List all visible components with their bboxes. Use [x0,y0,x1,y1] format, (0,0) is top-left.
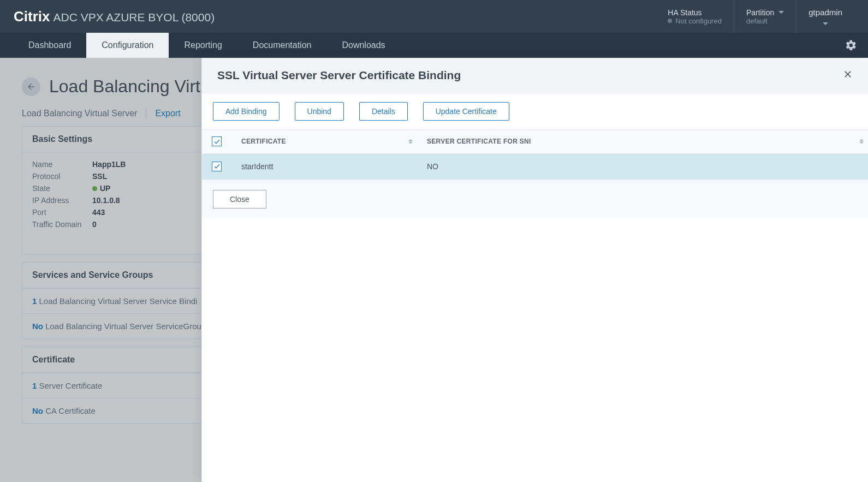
add-binding-button[interactable]: Add Binding [213,102,280,121]
ha-status-label: HA Status [668,8,722,17]
tab-reporting[interactable]: Reporting [169,33,237,58]
page-title: Load Balancing Virtual [49,76,224,97]
checkbox[interactable] [212,136,222,146]
binding-table: CERTIFICATE SERVER CERTIFICATE FOR SNI [202,129,868,180]
sort-icon [859,139,864,144]
top-bar: Citrix ADC VPX AZURE BYOL (8000) HA Stat… [0,0,868,33]
close-button[interactable] [843,69,853,81]
cell-sni: NO [417,153,868,180]
close-panel-button[interactable]: Close [213,190,266,209]
tab-documentation[interactable]: Documentation [237,33,327,58]
state-up-icon [92,186,97,191]
settings-button[interactable] [845,33,857,58]
brand-sub: ADC VPX AZURE BYOL (8000) [53,11,215,24]
panel-header: SSL Virtual Server Server Certificate Bi… [202,58,868,93]
partition-label: Partition [746,8,774,17]
back-button[interactable] [22,78,40,96]
tab-configuration[interactable]: Configuration [86,33,169,58]
update-certificate-button[interactable]: Update Certificate [423,102,509,121]
topbar-right: HA Status Not configured Partition defau… [656,0,854,33]
status-dot-icon [668,19,672,23]
partition-value: default [746,17,784,25]
user-menu[interactable]: gtpadmin [796,0,854,33]
panel-title: SSL Virtual Server Server Certificate Bi… [217,69,461,82]
cell-certificate: starIdentt [231,153,417,180]
gear-icon [845,39,857,51]
table-row[interactable]: starIdentt NO [202,153,868,180]
unbind-button[interactable]: Unbind [295,102,344,121]
details-button[interactable]: Details [359,102,408,121]
nav-bar: Dashboard Configuration Reporting Docume… [0,33,868,58]
panel-toolbar: Add Binding Unbind Details Update Certif… [202,93,868,129]
check-icon [213,163,221,170]
panel-footer: Close [202,180,868,218]
partition-selector[interactable]: Partition default [734,0,796,33]
export-link[interactable]: Export [146,109,180,118]
chevron-down-icon [823,22,828,25]
ha-status-value: Not configured [668,17,722,25]
back-arrow-icon [26,82,36,92]
brand-main: Citrix [14,8,50,25]
user-name: gtpadmin [808,8,842,17]
sort-icon [408,139,413,144]
ssl-cert-binding-panel: SSL Virtual Server Server Certificate Bi… [201,58,868,482]
column-certificate[interactable]: CERTIFICATE [231,130,417,153]
page-body: Load Balancing Virtual Load Balancing Vi… [0,58,868,482]
brand: Citrix ADC VPX AZURE BYOL (8000) [14,8,215,25]
tab-downloads[interactable]: Downloads [326,33,400,58]
breadcrumb-item: Load Balancing Virtual Server [22,109,137,118]
chevron-down-icon [778,11,784,14]
ha-status: HA Status Not configured [656,0,734,33]
check-icon [213,138,221,145]
tab-dashboard[interactable]: Dashboard [13,33,86,58]
select-all-header[interactable] [202,130,231,153]
close-icon [843,69,853,79]
checkbox[interactable] [212,162,222,171]
column-sni[interactable]: SERVER CERTIFICATE FOR SNI [417,130,868,153]
